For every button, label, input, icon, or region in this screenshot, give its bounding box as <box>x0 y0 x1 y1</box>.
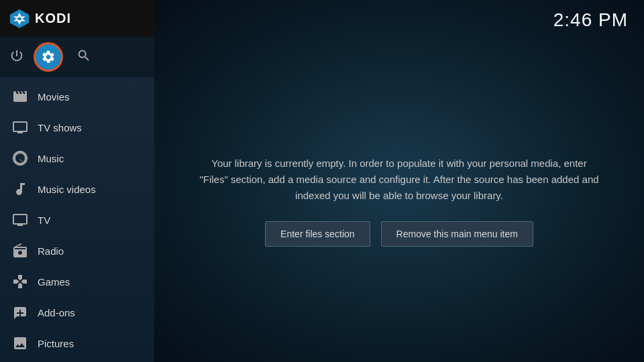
library-message: Your library is currently empty. In orde… <box>198 156 600 204</box>
sidebar-item-games[interactable]: Games <box>0 266 154 297</box>
sidebar-label-tv: TV <box>38 215 50 226</box>
sidebar: KODI Movies TV shows Music <box>0 0 154 362</box>
svg-marker-0 <box>11 9 29 27</box>
kodi-logo-text: KODI <box>35 11 71 26</box>
sidebar-item-pictures[interactable]: Pictures <box>0 328 154 359</box>
kodi-logo-icon <box>9 9 30 29</box>
sidebar-item-add-ons[interactable]: Add-ons <box>0 297 154 328</box>
remove-menu-item-button[interactable]: Remove this main menu item <box>381 221 533 247</box>
sidebar-label-tv-shows: TV shows <box>38 122 82 133</box>
sidebar-label-games: Games <box>38 276 70 288</box>
sidebar-top-icons <box>0 37 154 77</box>
sidebar-label-movies: Movies <box>38 91 70 103</box>
search-icon[interactable] <box>76 48 91 66</box>
sidebar-item-movies[interactable]: Movies <box>0 81 154 112</box>
main-body: Your library is currently empty. In orde… <box>154 40 644 362</box>
settings-button[interactable] <box>34 42 63 72</box>
sidebar-nav: Movies TV shows Music Music videos TV Ra… <box>0 77 154 362</box>
sidebar-header: KODI <box>0 0 154 37</box>
sidebar-item-tv[interactable]: TV <box>0 204 154 235</box>
sidebar-label-pictures: Pictures <box>38 338 74 349</box>
kodi-logo: KODI <box>9 9 71 29</box>
clock: 2:46 PM <box>553 9 628 31</box>
sidebar-item-radio[interactable]: Radio <box>0 235 154 266</box>
sidebar-item-music[interactable]: Music <box>0 143 154 174</box>
sidebar-label-music: Music <box>38 153 64 164</box>
sidebar-item-music-videos[interactable]: Music videos <box>0 174 154 204</box>
sidebar-item-tv-shows[interactable]: TV shows <box>0 112 154 143</box>
main-content: 2:46 PM Your library is currently empty.… <box>154 0 644 362</box>
sidebar-label-radio: Radio <box>38 245 64 257</box>
power-icon[interactable] <box>9 48 24 66</box>
enter-files-button[interactable]: Enter files section <box>265 221 370 247</box>
top-bar: 2:46 PM <box>154 0 644 40</box>
action-buttons: Enter files section Remove this main men… <box>265 221 533 247</box>
sidebar-label-music-videos: Music videos <box>38 184 96 195</box>
sidebar-label-add-ons: Add-ons <box>38 307 75 318</box>
